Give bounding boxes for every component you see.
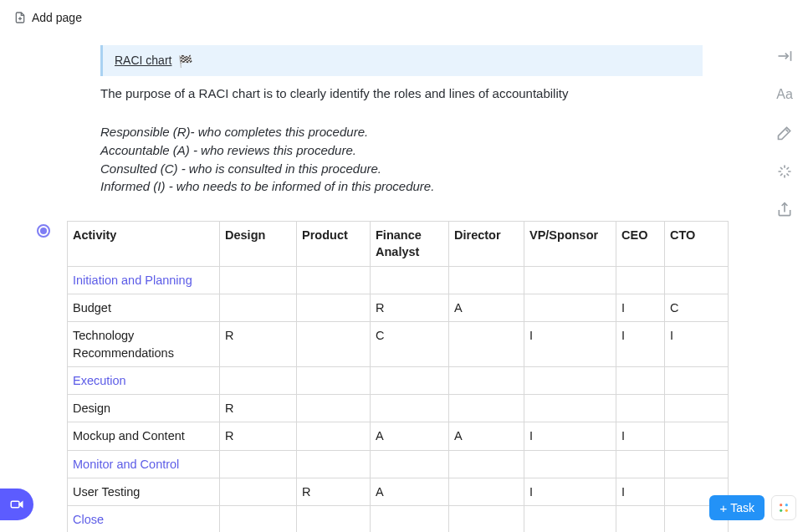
raci-cell[interactable] <box>616 450 665 478</box>
activity-cell[interactable]: Technology Recommendations <box>68 322 220 367</box>
raci-cell[interactable] <box>297 366 371 394</box>
raci-cell[interactable] <box>449 506 524 532</box>
raci-cell[interactable] <box>449 395 524 422</box>
raci-cell[interactable] <box>371 395 449 422</box>
raci-cell[interactable]: C <box>371 322 449 367</box>
table-header-cell[interactable]: Activity <box>68 222 220 267</box>
activity-cell[interactable]: Initiation and Planning <box>68 266 220 294</box>
raci-cell[interactable] <box>524 506 616 532</box>
activity-cell[interactable]: Design <box>68 395 220 422</box>
raci-cell[interactable]: A <box>449 294 524 321</box>
document-body: RACI chart 🏁 The purpose of a RACI chart… <box>0 35 761 532</box>
raci-cell[interactable] <box>297 266 371 294</box>
add-page-label[interactable]: Add page <box>32 11 82 24</box>
raci-definitions[interactable]: Responsible (R)- who completes this proc… <box>100 123 703 196</box>
raci-cell[interactable]: A <box>449 422 524 450</box>
add-page-icon[interactable] <box>13 11 27 24</box>
sparkle-icon[interactable] <box>775 162 794 181</box>
raci-cell[interactable] <box>297 322 371 367</box>
raci-cell[interactable] <box>297 450 371 478</box>
table-header-cell[interactable]: Finance Analyst <box>371 222 449 267</box>
table-header-cell[interactable]: CEO <box>616 222 665 267</box>
raci-cell[interactable] <box>616 395 665 422</box>
raci-cell[interactable] <box>371 266 449 294</box>
table-header-cell[interactable]: VP/Sponsor <box>524 222 616 267</box>
table-header-cell[interactable]: Design <box>220 222 297 267</box>
share-icon[interactable] <box>775 201 794 219</box>
raci-cell[interactable] <box>449 450 524 478</box>
raci-cell[interactable]: I <box>524 322 616 367</box>
table-header-cell[interactable]: CTO <box>665 222 729 267</box>
svg-point-4 <box>785 509 788 512</box>
raci-cell[interactable] <box>449 478 524 506</box>
raci-cell[interactable]: I <box>524 478 616 506</box>
raci-cell[interactable] <box>297 294 371 321</box>
record-clip-button[interactable] <box>0 489 33 520</box>
raci-cell[interactable]: R <box>220 322 297 367</box>
magic-wand-icon[interactable] <box>775 124 794 142</box>
raci-cell[interactable]: R <box>297 478 371 506</box>
raci-cell[interactable]: R <box>371 294 449 321</box>
raci-cell[interactable] <box>220 506 297 532</box>
raci-cell[interactable] <box>665 366 729 394</box>
table-row: Monitor and Control <box>68 450 729 478</box>
activity-cell[interactable]: Monitor and Control <box>68 450 220 478</box>
raci-cell[interactable] <box>524 450 616 478</box>
activity-cell[interactable]: Mockup and Content <box>68 422 220 450</box>
svg-point-2 <box>785 504 788 506</box>
activity-cell[interactable]: Execution <box>68 366 220 394</box>
raci-table[interactable]: ActivityDesignProductFinance AnalystDire… <box>67 221 729 532</box>
raci-cell[interactable]: I <box>616 322 665 367</box>
raci-cell[interactable] <box>616 266 665 294</box>
activity-cell[interactable]: Budget <box>68 294 220 321</box>
new-task-label: Task <box>730 501 754 514</box>
raci-cell[interactable] <box>297 395 371 422</box>
raci-cell[interactable]: I <box>616 422 665 450</box>
svg-rect-0 <box>11 501 19 508</box>
apps-button[interactable] <box>771 495 796 520</box>
table-header-cell[interactable]: Product <box>297 222 371 267</box>
raci-cell[interactable]: I <box>616 294 665 321</box>
raci-cell[interactable] <box>665 266 729 294</box>
raci-cell[interactable] <box>616 366 665 394</box>
raci-cell[interactable]: R <box>220 422 297 450</box>
raci-cell[interactable] <box>524 395 616 422</box>
raci-cell[interactable] <box>220 266 297 294</box>
intro-paragraph[interactable]: The purpose of a RACI chart is to clearl… <box>100 84 703 103</box>
activity-cell[interactable]: User Testing <box>68 478 220 506</box>
text-style-icon[interactable]: Aa <box>775 85 794 104</box>
raci-cell[interactable] <box>524 266 616 294</box>
indent-icon[interactable] <box>775 47 794 65</box>
raci-cell[interactable] <box>665 450 729 478</box>
raci-cell[interactable]: A <box>371 422 449 450</box>
raci-cell[interactable] <box>524 294 616 321</box>
raci-cell[interactable]: I <box>616 478 665 506</box>
table-header-cell[interactable]: Director <box>449 222 524 267</box>
raci-cell[interactable] <box>449 366 524 394</box>
block-focus-indicator[interactable] <box>37 224 50 238</box>
raci-cell[interactable] <box>220 294 297 321</box>
callout-block[interactable]: RACI chart 🏁 <box>100 45 703 76</box>
raci-cell[interactable] <box>220 478 297 506</box>
raci-cell[interactable] <box>220 366 297 394</box>
raci-cell[interactable] <box>449 266 524 294</box>
raci-cell[interactable]: I <box>665 322 729 367</box>
raci-cell[interactable] <box>297 506 371 532</box>
raci-cell[interactable] <box>297 422 371 450</box>
raci-cell[interactable] <box>616 506 665 532</box>
svg-point-3 <box>780 509 782 512</box>
raci-cell[interactable]: R <box>220 395 297 422</box>
raci-cell[interactable] <box>371 366 449 394</box>
raci-cell[interactable] <box>665 395 729 422</box>
raci-cell[interactable] <box>524 366 616 394</box>
new-task-button[interactable]: + Task <box>709 495 765 520</box>
raci-cell[interactable] <box>371 450 449 478</box>
raci-cell[interactable] <box>449 322 524 367</box>
raci-cell[interactable]: A <box>371 478 449 506</box>
raci-cell[interactable] <box>371 506 449 532</box>
raci-cell[interactable]: C <box>665 294 729 321</box>
raci-cell[interactable] <box>220 450 297 478</box>
raci-cell[interactable]: I <box>524 422 616 450</box>
activity-cell[interactable]: Close <box>68 506 220 532</box>
raci-cell[interactable] <box>665 422 729 450</box>
